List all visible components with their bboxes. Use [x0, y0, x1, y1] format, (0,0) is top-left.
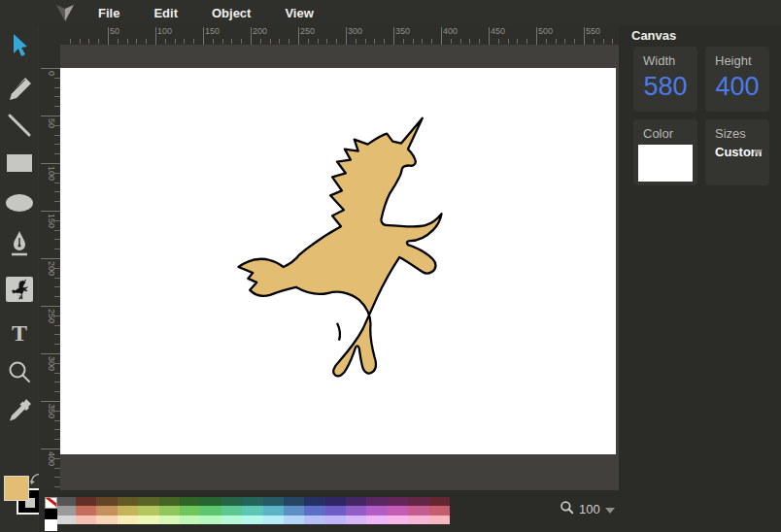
palette-swatch[interactable] — [159, 497, 180, 506]
palette-swatch[interactable] — [263, 497, 284, 506]
canvas-color-swatch[interactable] — [638, 145, 693, 182]
palette-swatch[interactable] — [325, 497, 346, 506]
magnifier-icon — [7, 359, 32, 384]
palette-swatch[interactable] — [221, 506, 242, 515]
tool-pencil[interactable] — [0, 75, 39, 104]
palette-swatch[interactable] — [304, 497, 324, 506]
palette-swatch[interactable] — [200, 506, 221, 515]
palette-swatch[interactable] — [138, 506, 158, 515]
palette-swatch[interactable] — [96, 497, 117, 506]
palette-swatch[interactable] — [76, 515, 96, 524]
palette-swatch[interactable] — [138, 515, 158, 524]
ruler-label: 300 — [348, 26, 362, 36]
palette-swatch[interactable] — [118, 506, 138, 515]
palette-swatch[interactable] — [96, 506, 117, 515]
chevron-down-icon[interactable] — [753, 150, 763, 155]
palette-swatch[interactable] — [429, 515, 450, 524]
menu-edit[interactable]: Edit — [142, 2, 189, 24]
palette-swatch[interactable] — [429, 506, 450, 515]
tool-select[interactable] — [0, 31, 39, 60]
palette-swatch[interactable] — [304, 515, 324, 524]
tool-eyedropper[interactable] — [0, 396, 39, 425]
palette-swatch[interactable] — [76, 506, 96, 515]
tool-path[interactable] — [0, 229, 39, 258]
drawing-canvas[interactable] — [60, 68, 616, 454]
ruler-tick — [498, 39, 499, 44]
palette-swatch[interactable] — [263, 515, 284, 524]
palette-swatch[interactable] — [57, 506, 76, 515]
zoom-level-value[interactable]: 100 — [579, 502, 600, 516]
palette-swatch[interactable] — [76, 497, 96, 506]
canvas-viewport[interactable] — [60, 45, 619, 490]
ruler-tick — [270, 39, 271, 44]
ruler-tick — [175, 39, 176, 44]
width-value[interactable]: 580 — [633, 72, 697, 102]
ruler-tick — [41, 163, 60, 164]
menu-object[interactable]: Object — [200, 2, 262, 24]
palette-swatch[interactable] — [221, 497, 242, 506]
palette-swatch[interactable] — [366, 515, 387, 524]
tool-shape-library[interactable] — [0, 275, 39, 304]
menu-view[interactable]: View — [273, 2, 324, 24]
palette-swatch[interactable] — [429, 497, 450, 506]
palette-swatch[interactable] — [366, 506, 387, 515]
palette-swatch[interactable] — [180, 506, 200, 515]
ruler-tick — [517, 39, 518, 44]
menu-file[interactable]: File — [86, 2, 131, 24]
palette-swatch[interactable] — [242, 497, 262, 506]
palette-swatch[interactable] — [346, 497, 366, 506]
palette-swatch[interactable] — [346, 506, 366, 515]
palette-swatch[interactable] — [118, 515, 138, 524]
palette-swatch[interactable] — [263, 506, 284, 515]
palette-swatch[interactable] — [200, 515, 221, 524]
chevron-down-icon[interactable] — [605, 508, 615, 514]
palette-swatch[interactable] — [284, 506, 304, 515]
palette-swatch[interactable] — [138, 497, 158, 506]
palette-swatch[interactable] — [408, 506, 428, 515]
height-value[interactable]: 400 — [705, 72, 769, 102]
tool-zoom[interactable] — [0, 357, 39, 386]
ruler-tick — [70, 39, 71, 44]
ruler-tick — [41, 401, 60, 402]
palette-swatch-none[interactable] — [45, 497, 57, 509]
zoom-control[interactable]: 100 — [560, 500, 615, 518]
palette-swatch[interactable] — [284, 515, 304, 524]
palette-swatch[interactable] — [57, 515, 76, 524]
palette-swatch[interactable] — [159, 515, 180, 524]
tool-ellipse[interactable] — [0, 188, 39, 217]
palette-swatch[interactable] — [388, 515, 408, 524]
palette-swatch[interactable] — [388, 497, 408, 506]
palette-swatch[interactable] — [221, 515, 242, 524]
palette-swatch[interactable] — [366, 497, 387, 506]
palette-swatch[interactable] — [118, 497, 138, 506]
palette-swatch[interactable] — [45, 519, 57, 531]
palette-swatch[interactable] — [200, 497, 221, 506]
palette-swatch[interactable] — [346, 515, 366, 524]
palette-swatch[interactable] — [242, 515, 262, 524]
ruler-tick — [222, 39, 223, 44]
palette-swatch[interactable] — [159, 506, 180, 515]
palette-swatch[interactable] — [408, 515, 428, 524]
tool-text[interactable]: T — [0, 318, 39, 348]
horizontal-ruler: 50100150200250300350400450500550 — [39, 25, 619, 45]
palette-swatch[interactable] — [57, 497, 76, 506]
palette-swatch[interactable] — [180, 515, 200, 524]
tool-rectangle[interactable] — [0, 149, 39, 178]
palette-column — [138, 497, 158, 531]
ruler-label: 550 — [586, 26, 600, 36]
palette-swatch[interactable] — [284, 497, 304, 506]
tool-line[interactable] — [0, 111, 39, 140]
palette-swatch[interactable] — [180, 497, 200, 506]
canvas-height-box: Height 400 — [705, 47, 769, 112]
palette-swatch[interactable] — [325, 506, 346, 515]
palette-swatch[interactable] — [325, 515, 346, 524]
canvas-shape-unicorn[interactable] — [238, 118, 441, 377]
fill-color-swatch[interactable] — [4, 476, 29, 501]
ruler-tick — [584, 27, 585, 45]
palette-swatch[interactable] — [388, 506, 408, 515]
palette-swatch[interactable] — [304, 506, 324, 515]
palette-swatch[interactable] — [96, 515, 117, 524]
palette-swatch[interactable] — [242, 506, 262, 515]
palette-swatch[interactable] — [408, 497, 428, 506]
palette-swatch[interactable] — [45, 509, 57, 520]
